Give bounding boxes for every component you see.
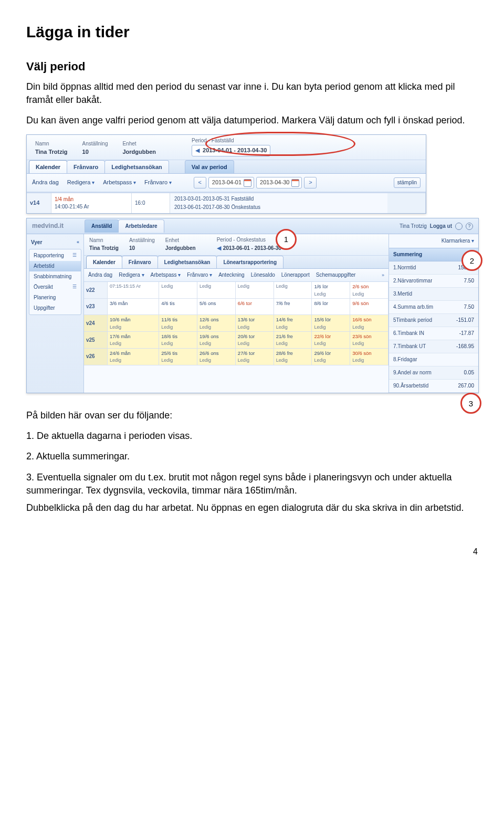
tool-franvaro[interactable]: Frånvaro <box>187 271 212 279</box>
tab-kalender[interactable]: Kalender <box>86 256 122 268</box>
calendar-day-cell[interactable]: 25/6 tisLedig <box>159 349 197 365</box>
sidebar-item-planering[interactable]: Planering <box>29 292 81 303</box>
calendar-day-cell[interactable]: 23/6 sönLedig <box>350 332 388 348</box>
calendar-day-cell[interactable]: 19/6 onsLedig <box>197 332 236 348</box>
role-tab-arbetsledare[interactable]: Arbetsledare <box>118 219 164 233</box>
calendar-day-cell[interactable]: 5/6 ons <box>197 299 236 314</box>
calendar-day-cell[interactable]: 1/6 lörLedig <box>312 282 350 298</box>
calendar-day-cell[interactable]: 10/6 månLedig <box>108 315 159 331</box>
date-prev-button[interactable]: < <box>194 177 206 188</box>
tab-franvaro[interactable]: Frånvaro <box>122 256 158 268</box>
calendar-day-cell[interactable]: Ledig <box>159 282 197 298</box>
calendar-icon[interactable] <box>291 179 299 187</box>
tool-arbetspass[interactable]: Arbetspass <box>151 271 181 279</box>
calendar-day-cell[interactable]: 15/6 lörLedig <box>312 315 350 331</box>
day-date: 18/6 tis <box>161 333 195 340</box>
period-prev-icon[interactable]: ◀ <box>217 244 221 252</box>
right-col <box>387 193 426 213</box>
calendar-day-cell[interactable]: 8/6 lör <box>312 299 350 314</box>
calendar-day-cell[interactable]: 22/6 lörLedig <box>312 332 350 348</box>
tab-ledighet[interactable]: Ledighetsansökan <box>158 256 217 268</box>
day-date: 15/6 lör <box>314 316 348 323</box>
sidebar-item-snabbinmatning[interactable]: Snabbinmatning <box>29 271 81 282</box>
tool-lonerapport[interactable]: Lönerapport <box>281 271 310 279</box>
tab-kalender[interactable]: Kalender <box>29 160 67 173</box>
user-name: Tina Trotzig <box>400 223 427 230</box>
role-tab-anstalld[interactable]: Anställd <box>85 219 119 233</box>
calendar-day-cell[interactable]: Ledig <box>197 282 236 298</box>
logout-link[interactable]: Logga ut <box>430 223 452 230</box>
calendar-day-cell[interactable]: 30/6 sönLedig <box>350 349 388 365</box>
calendar-day-cell[interactable]: 11/6 tisLedig <box>159 315 197 331</box>
tab-loneart[interactable]: Löneartsrapportering <box>216 256 284 268</box>
tool-lonesaldo[interactable]: Lönesaldo <box>251 271 275 279</box>
calendar-day-cell[interactable]: 28/6 freLedig <box>274 349 312 365</box>
calendar-day-cell[interactable]: Ledig <box>274 282 312 298</box>
sidebar-vyer-header[interactable]: Vyer « <box>29 237 81 248</box>
calendar-day-cell[interactable]: 9/6 sön <box>350 299 388 314</box>
date-next-button[interactable]: > <box>304 177 317 188</box>
klarmarkera-dropdown[interactable]: Klarmarkera <box>389 234 478 248</box>
day-date: 28/6 fre <box>276 350 310 356</box>
history-line-1[interactable]: 2013-03-01-2013-05-31 Fastställd <box>174 195 383 203</box>
calendar-icon[interactable] <box>244 179 251 187</box>
calendar-day-cell[interactable]: 12/6 onsLedig <box>197 315 236 331</box>
sidebar-item-rapportering[interactable]: Rapportering ☰ <box>29 250 81 261</box>
calendar-day-cell[interactable]: 18/6 tisLedig <box>159 332 197 348</box>
unit-value: Jordgubben <box>122 148 156 156</box>
tool-arbetspass[interactable]: Arbetspass <box>103 179 136 186</box>
calendar-day-cell[interactable]: 6/6 tor <box>236 299 274 314</box>
stamp-button[interactable]: stämplin <box>394 177 421 188</box>
calendar-day-cell[interactable]: 13/6 torLedig <box>236 315 274 331</box>
calendar-day-cell[interactable]: 3/6 mån <box>108 299 159 314</box>
tool-schema[interactable]: Schemauppgifter <box>316 271 356 279</box>
calendar-day-cell[interactable]: 07:15-15:15 Ar <box>108 282 159 298</box>
calendar-day-cell[interactable]: 2/6 sönLedig <box>350 282 388 298</box>
calendar-week-row: v2624/6 månLedig25/6 tisLedig26/6 onsLed… <box>84 349 388 365</box>
brand-logo: medvind.it <box>27 218 69 234</box>
calendar-day-cell[interactable]: 20/6 torLedig <box>236 332 274 348</box>
period-label: Period - Fastställd <box>192 137 270 144</box>
gear-icon[interactable] <box>455 223 463 230</box>
history-line-2[interactable]: 2013-06-01-2017-08-30 Önskestatus <box>174 204 383 211</box>
calendar-day-cell[interactable]: 14/6 freLedig <box>274 315 312 331</box>
calendar-day-cell[interactable]: 26/6 onsLedig <box>197 349 236 365</box>
sidebar-item-oversikt[interactable]: Översikt ☰ <box>29 282 81 292</box>
day-slot-end[interactable]: 16:0 <box>132 193 170 213</box>
calendar-day-cell[interactable]: 24/6 månLedig <box>108 349 159 365</box>
sidebar-item-arbetstid[interactable]: Arbetstid <box>29 261 81 271</box>
tool-franvaro[interactable]: Frånvaro <box>144 179 172 186</box>
tab-ledighet[interactable]: Ledighetsansökan <box>104 160 169 173</box>
calendar-day-cell[interactable]: 17/6 månLedig <box>108 332 159 348</box>
calendar-day-cell[interactable]: 4/6 tis <box>159 299 197 314</box>
day-slot[interactable]: 1/4 mån 14:00-21:45 Ar <box>51 193 132 213</box>
tab-val-av-period[interactable]: Val av period <box>185 160 234 173</box>
period-value: 2013-06-01 - 2013-06-30 <box>223 245 281 252</box>
tool-redigera[interactable]: Redigera <box>119 271 144 279</box>
tool-redigera[interactable]: Redigera <box>67 179 94 186</box>
day-status: Ledig <box>352 357 386 364</box>
tool-anteckning[interactable]: Anteckning <box>218 271 244 279</box>
day-date: 1/6 lör <box>314 283 348 290</box>
calendar-day-cell[interactable]: Ledig <box>236 282 274 298</box>
day-status: Ledig <box>314 340 348 347</box>
chevron-left-icon: « <box>77 239 79 246</box>
calendar-day-cell[interactable]: 27/6 torLedig <box>236 349 274 365</box>
date-to-input[interactable]: 2013-04-30 <box>256 177 302 188</box>
employment-label: Anställning <box>129 237 155 244</box>
paragraph-1: Din bild öppnas alltid med den period du… <box>26 80 478 107</box>
tool-andra-dag[interactable]: Ändra dag <box>88 271 112 279</box>
tab-franvaro[interactable]: Frånvaro <box>67 160 105 173</box>
date-from-input[interactable]: 2013-04-01 <box>208 177 254 188</box>
help-icon[interactable]: ? <box>466 223 473 230</box>
calendar-day-cell[interactable]: 7/6 fre <box>274 299 312 314</box>
tool-andra-dag[interactable]: Ändra dag <box>32 179 59 186</box>
period-prev-icon[interactable]: ◀ <box>195 146 200 154</box>
chevron-right-icon[interactable]: » <box>382 272 384 279</box>
calendar-day-cell[interactable]: 16/6 sönLedig <box>350 315 388 331</box>
day-date: 25/6 tis <box>161 350 195 356</box>
calendar-day-cell[interactable]: 21/6 freLedig <box>274 332 312 348</box>
calendar-day-cell[interactable]: 29/6 lörLedig <box>312 349 350 365</box>
sidebar-item-uppgifter[interactable]: Uppgifter <box>29 303 81 313</box>
summary-label: 1.Normtid <box>393 264 416 271</box>
